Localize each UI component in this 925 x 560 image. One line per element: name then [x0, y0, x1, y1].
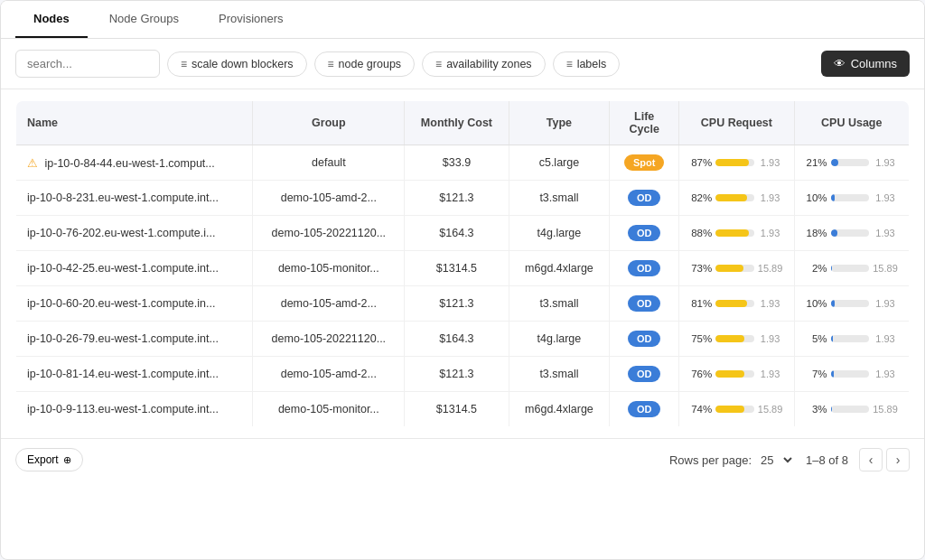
cell-cpu-request: 76% 1.93 [679, 357, 794, 392]
next-page-button[interactable]: › [886, 448, 910, 471]
filter-node-groups[interactable]: ≡ node groups [314, 51, 416, 77]
cell-lifecycle: OD [610, 251, 679, 286]
cell-group: demo-105-amd-2... [253, 181, 405, 216]
cell-type: t4g.large [509, 322, 610, 357]
col-header-cpu-usage: CPU Usage [794, 101, 909, 145]
prev-page-button[interactable]: ‹ [859, 448, 883, 471]
cell-cpu-usage: 10% 1.93 [794, 181, 909, 216]
table-row: ip-10-0-81-14.eu-west-1.compute.int... d… [16, 357, 910, 392]
export-button[interactable]: Export ⊕ [15, 448, 83, 471]
tab-bar: Nodes Node Groups Provisioners [1, 1, 924, 39]
table-row: ip-10-0-60-20.eu-west-1.compute.in... de… [16, 286, 910, 322]
cell-cost: $121.3 [405, 357, 509, 392]
cell-type: m6gd.4xlarge [509, 251, 610, 286]
cell-type: t3.small [509, 181, 610, 216]
cpu-request-bar [715, 159, 749, 166]
tab-provisioners[interactable]: Provisioners [201, 1, 302, 38]
lifecycle-badge: OD [628, 190, 661, 206]
cell-cpu-usage: 2% 15.89 [794, 251, 909, 286]
cell-cpu-request: 88% 1.93 [679, 216, 794, 251]
cell-cost: $121.3 [405, 286, 509, 322]
cell-name: ip-10-0-81-14.eu-west-1.compute.int... [16, 357, 253, 392]
export-icon: ⊕ [63, 454, 71, 466]
lifecycle-badge: OD [628, 331, 661, 347]
cpu-request-bar [715, 370, 744, 378]
cpu-request-bar [715, 406, 743, 413]
cpu-usage-bar [831, 159, 839, 166]
cell-cpu-request: 74% 15.89 [679, 392, 794, 427]
rows-per-page-control: Rows per page: 25 50 100 [669, 453, 795, 468]
cell-cpu-request: 73% 15.89 [679, 251, 794, 286]
cell-cost: $33.9 [405, 145, 509, 181]
cell-cpu-request: 87% 1.93 [679, 145, 794, 181]
lifecycle-badge: OD [628, 225, 661, 241]
cell-group: demo-105-monitor... [253, 251, 405, 286]
cell-lifecycle: OD [610, 216, 679, 251]
col-header-name: Name [16, 101, 253, 145]
cpu-request-bar [715, 229, 749, 237]
cell-cpu-request: 82% 1.93 [679, 181, 794, 216]
footer: Export ⊕ Rows per page: 25 50 100 1–8 of… [1, 438, 924, 481]
cell-type: m6gd.4xlarge [509, 392, 610, 427]
cpu-usage-bar [831, 370, 834, 378]
table-row: ⚠ ip-10-0-84-44.eu-west-1.comput... defa… [16, 145, 910, 181]
nodes-table: Name Group Monthly Cost Type LifeCycle C… [15, 100, 910, 427]
lifecycle-badge: OD [628, 260, 661, 276]
col-header-cost: Monthly Cost [405, 101, 509, 145]
cell-cpu-usage: 21% 1.93 [794, 145, 909, 181]
filter-icon: ≡ [328, 58, 334, 70]
cell-group: demo-105-amd-2... [253, 357, 405, 392]
cell-cpu-usage: 18% 1.93 [794, 216, 909, 251]
cell-name: ip-10-0-60-20.eu-west-1.compute.in... [16, 286, 253, 322]
lifecycle-badge: Spot [624, 154, 664, 171]
table-row: ip-10-0-9-113.eu-west-1.compute.int... d… [16, 392, 910, 427]
eye-icon: 👁 [834, 57, 846, 70]
filter-scale-down-blockers[interactable]: ≡ scale down blockers [167, 51, 307, 77]
filter-icon: ≡ [435, 58, 442, 70]
rows-per-page-select[interactable]: 25 50 100 [757, 453, 795, 468]
cell-name: ⚠ ip-10-0-84-44.eu-west-1.comput... [16, 145, 253, 181]
cpu-usage-bar [831, 265, 832, 272]
cell-cpu-usage: 5% 1.93 [794, 322, 909, 357]
cell-cpu-request: 75% 1.93 [679, 322, 794, 357]
cell-cost: $1314.5 [405, 392, 509, 427]
cell-name: ip-10-0-9-113.eu-west-1.compute.int... [16, 392, 253, 427]
cell-lifecycle: OD [610, 181, 679, 216]
cell-cpu-usage: 10% 1.93 [794, 286, 909, 322]
cell-lifecycle: Spot [610, 145, 679, 181]
cpu-usage-bar [831, 406, 832, 413]
filter-icon: ≡ [181, 58, 187, 70]
toolbar: ≡ scale down blockers ≡ node groups ≡ av… [1, 39, 924, 89]
lifecycle-badge: OD [628, 366, 661, 382]
tab-node-groups[interactable]: Node Groups [91, 1, 197, 38]
table-row: ip-10-0-42-25.eu-west-1.compute.int... d… [16, 251, 910, 286]
cell-name: ip-10-0-8-231.eu-west-1.compute.int... [16, 181, 253, 216]
cell-name: ip-10-0-26-79.eu-west-1.compute.int... [16, 322, 253, 357]
cell-cpu-request: 81% 1.93 [679, 286, 794, 322]
cpu-request-bar [715, 335, 744, 342]
cell-group: default [253, 145, 405, 181]
filter-availability-zones[interactable]: ≡ availability zones [422, 51, 546, 77]
cpu-request-bar [715, 194, 747, 201]
cell-lifecycle: OD [610, 286, 679, 322]
cpu-usage-bar [831, 335, 833, 342]
cell-lifecycle: OD [610, 392, 679, 427]
cell-lifecycle: OD [610, 322, 679, 357]
columns-button[interactable]: 👁 Columns [821, 51, 910, 77]
col-header-group: Group [253, 101, 405, 145]
filter-labels[interactable]: ≡ labels [553, 51, 621, 77]
cell-type: t4g.large [509, 216, 610, 251]
cell-name: ip-10-0-76-202.eu-west-1.compute.i... [16, 216, 253, 251]
warning-icon: ⚠ [27, 156, 38, 170]
cell-type: t3.small [509, 286, 610, 322]
lifecycle-badge: OD [628, 295, 661, 312]
cell-cost: $1314.5 [405, 251, 509, 286]
tab-nodes[interactable]: Nodes [15, 1, 88, 38]
filter-icon: ≡ [566, 58, 573, 70]
table-row: ip-10-0-76-202.eu-west-1.compute.i... de… [16, 216, 910, 251]
cell-cpu-usage: 7% 1.93 [794, 357, 909, 392]
search-input[interactable] [15, 50, 160, 78]
cpu-request-bar [715, 265, 743, 272]
cell-group: demo-105-20221120... [253, 216, 405, 251]
cpu-usage-bar [831, 194, 835, 201]
